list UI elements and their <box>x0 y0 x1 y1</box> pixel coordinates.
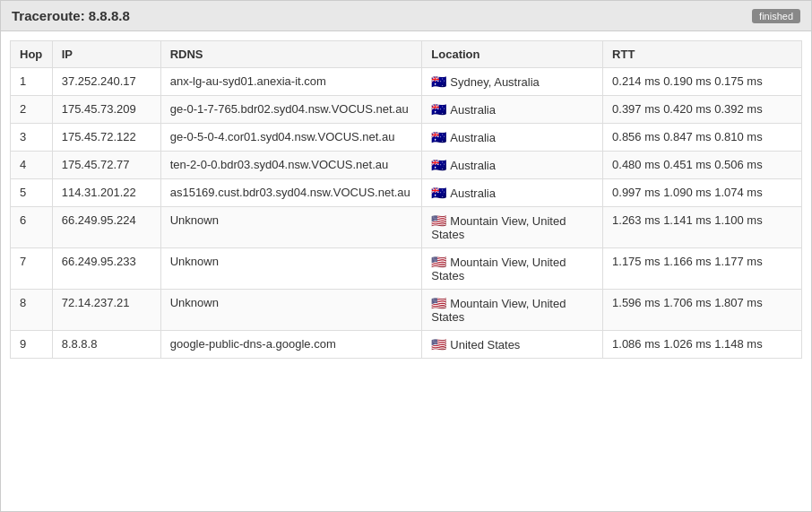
flag-icon: 🇺🇸 <box>431 213 446 228</box>
cell-hop: 1 <box>11 68 53 96</box>
table-row: 2175.45.73.209ge-0-1-7-765.bdr02.syd04.n… <box>11 96 802 124</box>
cell-location: 🇦🇺Sydney, Australia <box>422 68 603 96</box>
cell-hop: 9 <box>11 331 53 359</box>
cell-rdns: Unknown <box>160 207 422 248</box>
table-row: 766.249.95.233Unknown🇺🇸Mountain View, Un… <box>11 248 802 290</box>
cell-rdns: anx-lg-au-syd01.anexia-it.com <box>160 68 422 96</box>
cell-location: 🇺🇸Mountain View, United States <box>422 207 603 248</box>
cell-rtt: 0.480 ms 0.451 ms 0.506 ms <box>603 152 802 179</box>
flag-icon: 🇦🇺 <box>431 186 446 200</box>
col-header-rtt: RTT <box>603 41 802 68</box>
main-container: Traceroute: 8.8.8.8 finished Hop IP RDNS… <box>0 0 812 512</box>
cell-rdns: ge-0-5-0-4.cor01.syd04.nsw.VOCUS.net.au <box>160 124 422 152</box>
cell-ip: 37.252.240.17 <box>52 68 160 96</box>
cell-rtt: 1.596 ms 1.706 ms 1.807 ms <box>603 290 802 331</box>
cell-location: 🇺🇸United States <box>422 331 603 359</box>
cell-ip: 72.14.237.21 <box>52 290 160 331</box>
cell-ip: 66.249.95.224 <box>52 207 160 248</box>
cell-hop: 7 <box>11 248 53 290</box>
table-row: 137.252.240.17anx-lg-au-syd01.anexia-it.… <box>11 68 802 96</box>
table-wrap: Hop IP RDNS Location RTT 137.252.240.17a… <box>1 31 811 368</box>
col-header-hop: Hop <box>11 41 53 68</box>
traceroute-table: Hop IP RDNS Location RTT 137.252.240.17a… <box>10 40 802 359</box>
status-badge: finished <box>752 9 800 23</box>
cell-location: 🇺🇸Mountain View, United States <box>422 290 603 331</box>
cell-rdns: ten-2-0-0.bdr03.syd04.nsw.VOCUS.net.au <box>160 152 422 179</box>
flag-icon: 🇦🇺 <box>431 74 446 89</box>
table-row: 4175.45.72.77ten-2-0-0.bdr03.syd04.nsw.V… <box>11 152 802 179</box>
flag-icon: 🇺🇸 <box>431 337 446 351</box>
table-row: 872.14.237.21Unknown🇺🇸Mountain View, Uni… <box>11 290 802 331</box>
page-title: Traceroute: 8.8.8.8 <box>12 8 130 23</box>
flag-icon: 🇦🇺 <box>431 102 446 117</box>
table-row: 3175.45.72.122ge-0-5-0-4.cor01.syd04.nsw… <box>11 124 802 152</box>
table-header-row: Hop IP RDNS Location RTT <box>11 41 802 68</box>
cell-location: 🇦🇺Australia <box>422 152 603 179</box>
cell-hop: 4 <box>11 152 53 179</box>
cell-ip: 66.249.95.233 <box>52 248 160 290</box>
cell-rdns: Unknown <box>160 248 422 290</box>
flag-icon: 🇦🇺 <box>431 130 446 144</box>
table-row: 98.8.8.8google-public-dns-a.google.com🇺🇸… <box>11 331 802 359</box>
cell-ip: 8.8.8.8 <box>52 331 160 359</box>
cell-rtt: 1.175 ms 1.166 ms 1.177 ms <box>603 248 802 290</box>
cell-rtt: 0.397 ms 0.420 ms 0.392 ms <box>603 96 802 124</box>
flag-icon: 🇦🇺 <box>431 158 446 172</box>
cell-rdns: google-public-dns-a.google.com <box>160 331 422 359</box>
cell-rtt: 0.997 ms 1.090 ms 1.074 ms <box>603 179 802 207</box>
table-row: 666.249.95.224Unknown🇺🇸Mountain View, Un… <box>11 207 802 248</box>
cell-hop: 2 <box>11 96 53 124</box>
header: Traceroute: 8.8.8.8 finished <box>1 1 811 31</box>
cell-rtt: 1.263 ms 1.141 ms 1.100 ms <box>603 207 802 248</box>
col-header-ip: IP <box>52 41 160 68</box>
cell-hop: 3 <box>11 124 53 152</box>
cell-location: 🇦🇺Australia <box>422 179 603 207</box>
table-row: 5114.31.201.22as15169.cust.bdr03.syd04.n… <box>11 179 802 207</box>
cell-rdns: ge-0-1-7-765.bdr02.syd04.nsw.VOCUS.net.a… <box>160 96 422 124</box>
cell-hop: 5 <box>11 179 53 207</box>
cell-location: 🇦🇺Australia <box>422 96 603 124</box>
cell-hop: 6 <box>11 207 53 248</box>
cell-ip: 114.31.201.22 <box>52 179 160 207</box>
cell-ip: 175.45.72.77 <box>52 152 160 179</box>
cell-rtt: 0.856 ms 0.847 ms 0.810 ms <box>603 124 802 152</box>
cell-rdns: as15169.cust.bdr03.syd04.nsw.VOCUS.net.a… <box>160 179 422 207</box>
col-header-rdns: RDNS <box>160 41 422 68</box>
cell-rtt: 1.086 ms 1.026 ms 1.148 ms <box>603 331 802 359</box>
flag-icon: 🇺🇸 <box>431 296 446 310</box>
cell-hop: 8 <box>11 290 53 331</box>
cell-location: 🇦🇺Australia <box>422 124 603 152</box>
flag-icon: 🇺🇸 <box>431 255 446 269</box>
cell-rtt: 0.214 ms 0.190 ms 0.175 ms <box>603 68 802 96</box>
cell-location: 🇺🇸Mountain View, United States <box>422 248 603 290</box>
cell-ip: 175.45.73.209 <box>52 96 160 124</box>
cell-ip: 175.45.72.122 <box>52 124 160 152</box>
cell-rdns: Unknown <box>160 290 422 331</box>
col-header-location: Location <box>422 41 603 68</box>
